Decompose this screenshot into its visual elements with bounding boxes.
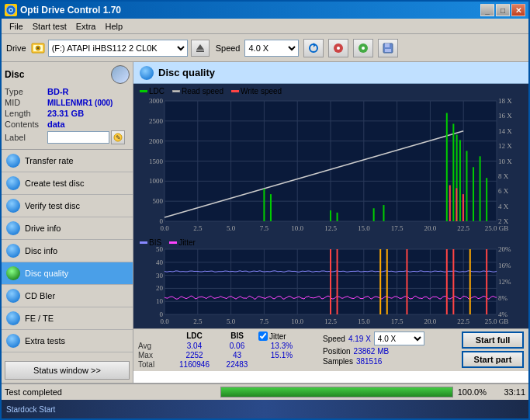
- disc-panel-label: Disc: [5, 69, 24, 80]
- avg-bis: 0.06: [216, 342, 258, 350]
- length-label: Length: [5, 109, 47, 118]
- progress-bar-container: [220, 387, 453, 397]
- nav-disc-info[interactable]: Disc info: [2, 240, 133, 262]
- total-label: Total: [138, 360, 173, 369]
- menu-bar: File Start test Extra Help: [2, 19, 528, 34]
- nav-create-test-disc[interactable]: Create test disc: [2, 172, 133, 195]
- chart1-legend: LDC Read speed Write speed: [140, 87, 282, 95]
- ldc-dot: [140, 90, 147, 92]
- speed-stat-label: Speed: [323, 335, 345, 343]
- svg-point-11: [337, 47, 340, 50]
- window-controls: _ □ ✕: [480, 4, 525, 16]
- jitter-checkbox[interactable]: [258, 331, 268, 341]
- mid-label: MID: [5, 98, 47, 107]
- svg-rect-16: [385, 49, 391, 52]
- nav-verify-test-disc[interactable]: Verify test disc: [2, 195, 133, 217]
- total-jitter: [258, 360, 305, 369]
- sidebar: Disc Type BD-R MID MILLENMR1 (000) Lengt…: [2, 62, 133, 383]
- chart1-canvas: [133, 84, 528, 235]
- position-row: Position 23862 MB: [323, 347, 424, 356]
- progress-label: 100.0%: [458, 387, 487, 397]
- right-panel: Disc quality LDC Read speed: [133, 62, 528, 383]
- app-icon: [5, 4, 17, 16]
- close-button[interactable]: ✕: [511, 4, 525, 16]
- disc-color-button[interactable]: [328, 39, 348, 57]
- legend-jitter: Jitter: [169, 238, 196, 247]
- stats-table: LDC BIS Jitter Avg 3.04 0.06: [138, 331, 309, 369]
- quality-icon: [140, 66, 154, 80]
- label-label: Label: [5, 133, 47, 142]
- transfer-rate-icon: [6, 154, 20, 168]
- type-label: Type: [5, 87, 47, 96]
- quality-header: Disc quality: [133, 62, 528, 84]
- cd-bier-icon: [6, 289, 20, 303]
- start-full-button[interactable]: Start full: [462, 331, 524, 349]
- ldc-col-header: LDC: [173, 331, 216, 341]
- speed-label: Speed: [216, 43, 241, 53]
- eject-button[interactable]: [191, 40, 210, 57]
- position-value: 23862 MB: [354, 347, 390, 356]
- start-part-button[interactable]: Start part: [462, 351, 524, 368]
- menu-file[interactable]: File: [5, 20, 28, 33]
- menu-extra[interactable]: Extra: [71, 20, 101, 33]
- verify-test-disc-icon: [6, 199, 20, 213]
- nav-extra-tests[interactable]: Extra tests: [2, 330, 133, 352]
- speed-stat-select[interactable]: 4.0 X: [374, 331, 424, 345]
- stardock-text: Stardock Start: [6, 405, 55, 414]
- nav-disc-quality[interactable]: Disc quality: [2, 262, 133, 285]
- max-label: Max: [138, 351, 173, 359]
- nav-drive-info[interactable]: Drive info: [2, 217, 133, 240]
- nav-cd-bier[interactable]: CD BIer: [2, 285, 133, 307]
- create-test-disc-icon: [6, 176, 20, 190]
- charts-container: LDC Read speed Write speed: [133, 84, 528, 383]
- speed-select[interactable]: 4.0 X: [244, 40, 299, 57]
- svg-point-13: [362, 47, 365, 50]
- jitter-dot: [169, 241, 177, 244]
- speed-row: Speed 4.19 X 4.0 X: [323, 331, 424, 345]
- stardock-bar: Stardock Start: [2, 400, 528, 418]
- total-ldc: 1160946: [173, 360, 216, 369]
- avg-row: Avg 3.04 0.06 13.3%: [138, 342, 309, 350]
- mid-value: MILLENMR1 (000): [47, 99, 113, 107]
- jitter-col-header: Jitter: [269, 332, 286, 341]
- refresh-button[interactable]: [303, 39, 324, 57]
- drive-select[interactable]: (F:) ATAPI iHBS112 2 CL0K: [48, 40, 188, 57]
- save-button[interactable]: [378, 39, 398, 57]
- progress-bar-fill: [221, 387, 452, 397]
- nav-fe-te[interactable]: FE / TE: [2, 307, 133, 330]
- drive-info-icon: [6, 221, 20, 235]
- maximize-button[interactable]: □: [496, 4, 510, 16]
- stats-header-row: LDC BIS Jitter: [138, 331, 309, 341]
- status-window-button[interactable]: Status window >>: [5, 361, 130, 380]
- bis-dot: [140, 241, 147, 244]
- fe-te-icon: [6, 311, 20, 325]
- menu-help[interactable]: Help: [100, 20, 127, 33]
- max-jitter: 15.1%: [258, 351, 305, 359]
- graph-button[interactable]: [353, 39, 373, 57]
- status-text: Test completed: [5, 387, 216, 397]
- svg-text:✎: ✎: [116, 134, 121, 141]
- avg-label: Avg: [138, 342, 173, 350]
- nav-transfer-rate[interactable]: Transfer rate: [2, 150, 133, 172]
- contents-label: Contents: [5, 120, 47, 129]
- label-input[interactable]: [47, 131, 109, 144]
- max-bis: 43: [216, 351, 258, 359]
- samples-value: 381516: [356, 357, 382, 366]
- quality-title: Disc quality: [158, 67, 215, 78]
- drive-icon: [31, 41, 45, 55]
- samples-label: Samples: [323, 357, 353, 366]
- max-row: Max 2252 43 15.1%: [138, 351, 309, 359]
- legend-bis: BIS: [140, 238, 161, 247]
- svg-marker-7: [196, 44, 204, 50]
- action-buttons: Start full Start part: [462, 331, 524, 368]
- menu-start-test[interactable]: Start test: [28, 20, 71, 33]
- minimize-button[interactable]: _: [480, 4, 494, 16]
- chart2-canvas: [133, 235, 528, 328]
- jitter-checkbox-row: Jitter: [258, 331, 305, 341]
- label-edit-button[interactable]: ✎: [111, 130, 125, 144]
- main-content: Disc Type BD-R MID MILLENMR1 (000) Lengt…: [2, 62, 528, 383]
- status-bar: Test completed 100.0% 33:11: [2, 383, 528, 400]
- disc-icon: [111, 65, 130, 84]
- type-value: BD-R: [47, 87, 69, 96]
- svg-point-2: [10, 9, 12, 11]
